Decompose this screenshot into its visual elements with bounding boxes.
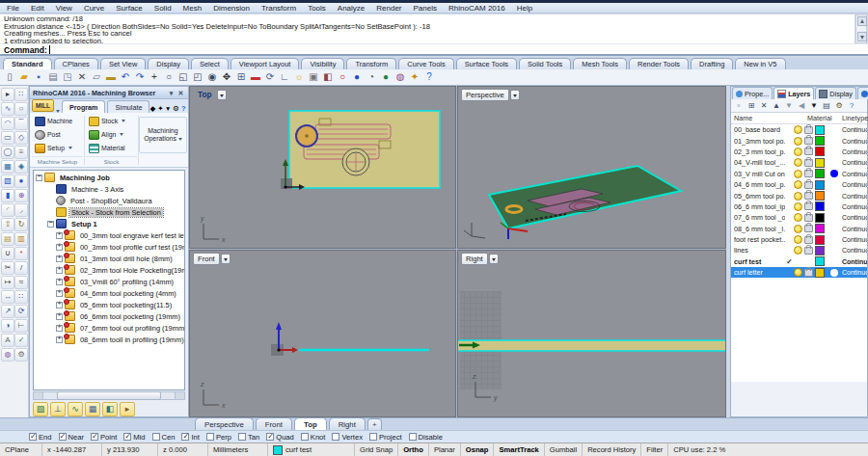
layer-color-swatch[interactable]: [815, 125, 825, 135]
toolbar-tab[interactable]: Mesh Tools: [573, 58, 627, 69]
arc-icon[interactable]: ◠: [1, 117, 14, 130]
osnap-toggle[interactable]: Mid: [123, 433, 145, 442]
layer-row[interactable]: foot rest pocket... Continuous: [731, 234, 867, 245]
toolbar-tab[interactable]: Viewport Layout: [231, 58, 300, 69]
stock-button[interactable]: Stock: [86, 115, 137, 127]
scroll-down-icon[interactable]: [857, 32, 867, 41]
machining-job-tree[interactable]: Machining Job Machine - 3 Axis Post - Sh…: [33, 170, 185, 390]
viewport-menu-icon[interactable]: [489, 254, 499, 264]
layer-material-cell[interactable]: [827, 247, 842, 255]
toolbar-tab[interactable]: Display: [148, 58, 189, 69]
layer-color-swatch[interactable]: [815, 180, 825, 190]
checkbox-icon[interactable]: [369, 433, 377, 441]
offset-icon[interactable]: ≡: [14, 146, 28, 159]
layer-material-cell[interactable]: [827, 126, 842, 134]
status-toggle[interactable]: Gumball: [545, 443, 583, 456]
revolve-icon[interactable]: ↻: [14, 218, 28, 231]
align-button[interactable]: Align: [86, 128, 137, 141]
tree-item[interactable]: Setup 1: [34, 218, 184, 229]
toolbar-tab[interactable]: Curve Tools: [398, 58, 453, 69]
tree-item[interactable]: 00_3mm tool profile curf test (19mm): [34, 241, 184, 253]
layer-material-cell[interactable]: [827, 181, 842, 189]
tree-item[interactable]: 01_3mm tool drill hole (8mm): [34, 253, 184, 264]
scroll-right-icon[interactable]: [175, 392, 184, 399]
layer-row[interactable]: curf test ✓ Continuous: [731, 256, 867, 267]
layer-material-cell[interactable]: [827, 225, 842, 232]
tree-expand-icon[interactable]: [56, 244, 63, 251]
layer-color-swatch[interactable]: [815, 136, 825, 146]
toolbar-tab[interactable]: Set View: [100, 58, 146, 69]
new-document-icon[interactable]: ▯: [3, 70, 16, 84]
trim-icon[interactable]: ✂: [1, 261, 14, 275]
tree-expand-icon[interactable]: [56, 325, 63, 332]
mesh-icon[interactable]: ▤: [1, 232, 14, 246]
layer-name[interactable]: 04_V-mill tool_...: [731, 158, 785, 167]
layer-lock-icon[interactable]: [804, 148, 813, 155]
tree-item[interactable]: Machine - 3 Axis: [34, 183, 184, 195]
move-up-icon[interactable]: ▲: [772, 100, 781, 111]
layer-color-swatch[interactable]: [815, 213, 825, 223]
tab-program[interactable]: Program: [62, 100, 106, 113]
layer-visibility-bulb-icon[interactable]: [794, 125, 802, 134]
checkbox-icon[interactable]: [59, 433, 67, 441]
globe-blue-icon[interactable]: ●: [350, 70, 364, 84]
material-icon[interactable]: ✦: [408, 70, 421, 84]
layer-linetype[interactable]: Continuous: [842, 138, 867, 145]
menu-item[interactable]: Analyze: [338, 4, 365, 13]
viewport-menu-icon[interactable]: [221, 254, 231, 264]
layer-visibility-bulb-icon[interactable]: [794, 148, 802, 156]
help-icon[interactable]: ?: [181, 104, 186, 113]
tree-item[interactable]: 07_6mm tool out profiling (19mm): [34, 322, 184, 334]
status-toggle[interactable]: Osnap: [461, 443, 495, 456]
viewport-menu-icon[interactable]: [217, 90, 227, 100]
toolbar-tab[interactable]: New in V5: [735, 58, 785, 69]
layer-color-swatch[interactable]: [815, 191, 825, 201]
move-icon[interactable]: +: [148, 70, 161, 84]
layer-color-swatch[interactable]: [815, 224, 825, 233]
current-layer-chip[interactable]: curf test: [268, 443, 355, 456]
menu-item[interactable]: Dimension: [213, 4, 250, 13]
toolbar-tab[interactable]: Visibility: [301, 58, 344, 69]
layer-visibility-bulb-icon[interactable]: [794, 225, 802, 233]
machine-button[interactable]: Machine: [32, 115, 83, 127]
layer-material-cell[interactable]: [827, 257, 842, 265]
filter-icon[interactable]: ▼: [809, 100, 819, 111]
status-toggle[interactable]: Planar: [429, 443, 461, 456]
menu-item[interactable]: Tools: [308, 4, 326, 13]
checkbox-icon[interactable]: [91, 433, 98, 441]
layer-name[interactable]: 08_6 mm tool _l...: [731, 225, 785, 233]
menu-item[interactable]: Help: [517, 4, 532, 13]
toolbar-tab[interactable]: Drafting: [691, 58, 733, 69]
layer-name[interactable]: curf test: [731, 257, 785, 266]
menu-item[interactable]: Curve: [84, 4, 104, 13]
render-preview-icon[interactable]: ●: [379, 70, 393, 84]
layer-name[interactable]: 02_3 mm tool_p...: [731, 148, 785, 156]
layer-visibility-bulb-icon[interactable]: [794, 192, 802, 201]
layer-lock-icon[interactable]: [804, 126, 813, 134]
side-panel-tab[interactable]: Prope...: [732, 87, 773, 99]
select-arrow-icon[interactable]: ▸: [1, 88, 14, 101]
tree-expand-icon[interactable]: [47, 221, 54, 228]
zoom-selected-icon[interactable]: ◉: [205, 70, 219, 84]
box-icon[interactable]: ▧: [1, 174, 14, 188]
menu-item[interactable]: View: [56, 4, 72, 13]
viewport-label-right[interactable]: Right: [461, 253, 488, 265]
viewport-right[interactable]: z y Right: [457, 250, 726, 417]
layer-visibility-bulb-icon[interactable]: [794, 246, 802, 255]
layer-row[interactable]: 04_V-mill tool_... Continuous: [731, 157, 867, 168]
checkbox-icon[interactable]: [123, 433, 131, 441]
lock-icon[interactable]: ▣: [307, 70, 320, 84]
layer-color-swatch[interactable]: [815, 147, 825, 156]
command-input[interactable]: Command:: [0, 43, 868, 56]
layer-material-cell[interactable]: [827, 236, 842, 244]
machining-operations-button[interactable]: Machining Operations: [139, 117, 187, 153]
layer-color-swatch[interactable]: [815, 235, 825, 245]
undo-icon[interactable]: ↶: [119, 70, 132, 84]
join-icon[interactable]: ∪: [1, 247, 14, 260]
curve-icon[interactable]: ∿: [1, 102, 14, 116]
new-sublayer-icon[interactable]: ⊞: [746, 100, 756, 111]
scroll-up-icon[interactable]: [857, 16, 867, 26]
layer-name[interactable]: 01_3mm tool po...: [731, 137, 785, 146]
layer-name[interactable]: 05_6mm tool po...: [731, 192, 785, 201]
layer-row[interactable]: lines Continuous: [731, 245, 867, 255]
